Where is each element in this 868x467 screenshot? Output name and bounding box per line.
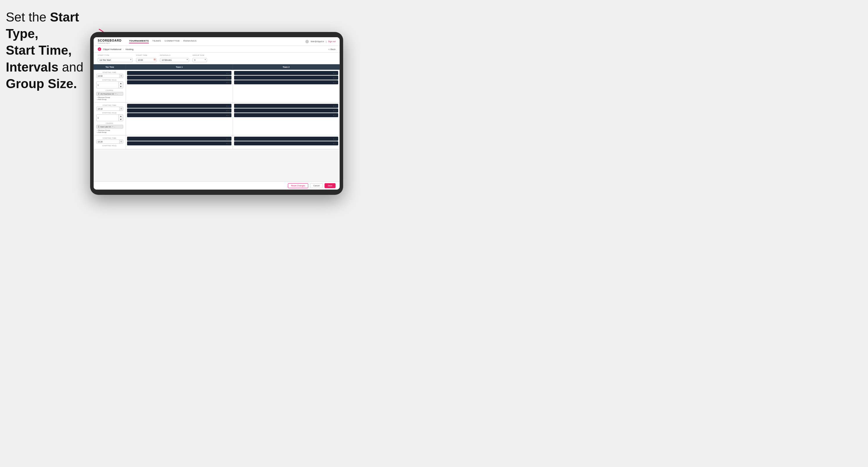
save-button[interactable]: Save [324,183,336,188]
tee-table: Tee Time Team 1 Team 2 STARTING TIME: 10… [94,64,340,150]
player-x[interactable]: × ⋯ [333,72,336,74]
intervals-select-wrapper: 10 Minutes [160,57,189,62]
time-value-3: 10:20 [97,140,120,143]
starting-time-value-2: 10:10 ⊙ [96,107,124,111]
course-tag-2: 🏌 East Lake GC × › [96,125,124,128]
player-x[interactable]: × ⋯ [333,82,336,84]
player-x[interactable]: × ⋯ [226,110,229,112]
sign-out-link[interactable]: Sign out [328,40,336,42]
course-arrow-1[interactable]: › [117,93,118,95]
player-x[interactable]: × ⋯ [226,143,229,145]
starting-hole-label-1: STARTING HOLE: [96,79,124,81]
time-clock-2[interactable]: ⊙ [119,107,123,111]
player-row: × ⋯ [234,104,339,108]
group-row-1: STARTING TIME: 10:00 ⊙ STARTING HOLE: 1 … [94,70,340,103]
course-label-2: COURSE: [96,122,124,124]
starting-time-label-1: STARTING TIME: [96,71,124,73]
player-row: × ⋯ [234,75,339,80]
player-x[interactable]: × ⋯ [333,105,336,107]
player-row: × ⋯ [234,141,339,146]
tablet-screen: SCOREBOARD Powered by clipp'd TOURNAMENT… [94,37,340,190]
group-2-left-panel: STARTING TIME: 10:10 ⊙ STARTING HOLE: 1 … [94,102,126,135]
instruction-bold-start-type: Start Type, [6,10,79,41]
player-row: × ⋯ [127,80,231,84]
hole-up-2[interactable]: ▲ [119,115,123,118]
start-type-select-wrapper: 1st Tee Start [98,57,133,62]
starting-time-value-1: 10:00 ⊙ [96,74,124,78]
instruction-bold-start-time: Start Time, [6,43,72,57]
hole-up-1[interactable]: ▲ [119,82,123,85]
course-tag-1: 🏌 (A) Peachtree GC × › [96,92,124,96]
starting-hole-label-3: STARTING HOLE: [96,145,124,147]
player-x[interactable]: × ⋯ [226,77,229,79]
time-value-2: 10:10 [97,107,120,111]
group-size-select[interactable]: 3 [192,58,207,62]
logo-text: SCOREBOARD [98,39,122,42]
starting-hole-label-2: STARTING HOLE: [96,112,124,114]
hole-down-1[interactable]: ▼ [119,85,123,88]
nav-link-committee[interactable]: COMMITTEE [164,39,180,43]
sub-header: C Clippd Invitational › Hosting < Back [94,46,340,53]
breadcrumb-section: Hosting [126,48,133,51]
player-row: × ⋯ [127,104,231,108]
start-type-select[interactable]: 1st Tee Start [98,58,133,62]
tablet-frame: SCOREBOARD Powered by clipp'd TOURNAMENT… [90,32,343,195]
user-email: blair@clippd.io [311,40,324,42]
nav-links: TOURNAMENTS TEAMS COMMITTEE RANKINGS [129,39,301,43]
logo-sub: Powered by clipp'd [98,42,122,44]
breadcrumb: C Clippd Invitational › Hosting [98,48,133,51]
group-2-team2: × ⋯ × ⋯ × ⋯ [232,102,340,135]
nav-link-teams[interactable]: TEAMS [152,39,161,43]
back-button[interactable]: < Back [328,48,336,51]
nav-link-rankings[interactable]: RANKINGS [183,39,196,43]
time-clock-3[interactable]: ⊙ [119,140,123,143]
player-x[interactable]: × ⋯ [226,82,229,84]
brand-logo: C [98,48,101,51]
remove-group-2[interactable]: ○ Remove Group [96,129,124,131]
hole-down-2[interactable]: ▼ [119,118,123,121]
player-x[interactable]: × ⋯ [226,138,229,140]
intervals-select[interactable]: 10 Minutes [160,58,189,62]
group-size-select-wrapper: 3 [192,57,207,62]
course-arrow-2[interactable]: › [114,126,115,128]
intervals-field: Intervals 10 Minutes [160,54,189,62]
add-group-2[interactable]: + Add Group [96,131,124,133]
group-size-label: Group Size [192,54,207,56]
group-3-left-panel: STARTING TIME: 10:20 ⊙ STARTING HOLE: [94,135,126,149]
player-x[interactable]: × ⋯ [226,105,229,107]
breadcrumb-separator: › [123,48,124,51]
group-1-team2: × ⋯ × ⋯ × ⋯ [232,70,340,103]
player-row: × ⋯ [234,80,339,84]
nav-bar: SCOREBOARD Powered by clipp'd TOURNAMENT… [94,37,340,46]
course-icon-2: 🏌 [98,126,100,128]
player-x[interactable]: × ⋯ [226,114,229,116]
player-x[interactable]: × ⋯ [226,72,229,74]
footer-bar: Reset Changes Cancel Save [94,182,340,190]
start-time-input[interactable] [136,58,156,62]
instruction-bold-intervals: Intervals [6,60,58,74]
player-x[interactable]: × ⋯ [333,77,336,79]
course-remove-2[interactable]: × [112,126,114,128]
reset-changes-button[interactable]: Reset Changes [288,183,308,188]
remove-group-1[interactable]: ○ Remove Group [96,97,124,98]
nav-link-tournaments[interactable]: TOURNAMENTS [129,39,149,43]
player-x[interactable]: × ⋯ [333,110,336,112]
player-row: × ⋯ [127,137,231,141]
logo-area: SCOREBOARD Powered by clipp'd [98,39,122,44]
col-team1: Team 1 [126,65,233,70]
starting-time-label-2: STARTING TIME: [96,104,124,106]
add-group-1[interactable]: + Add Group [96,99,124,100]
group-1-team1: × ⋯ × ⋯ × ⋯ [126,70,233,103]
cancel-button[interactable]: Cancel [310,183,323,188]
time-clock-1[interactable]: ⊙ [119,74,123,77]
player-x[interactable]: × ⋯ [333,138,336,140]
player-x[interactable]: × ⋯ [333,143,336,145]
group-3-team2: × ⋯ × ⋯ [232,135,340,149]
course-remove-1[interactable]: × [115,93,116,95]
player-x[interactable]: × ⋯ [333,114,336,116]
starting-time-label-3: STARTING TIME: [96,137,124,139]
time-value-1: 10:00 [97,74,120,77]
player-row: × ⋯ [127,75,231,80]
hole-arrows-2: ▲ ▼ [118,115,123,121]
player-row: × ⋯ [234,71,339,75]
